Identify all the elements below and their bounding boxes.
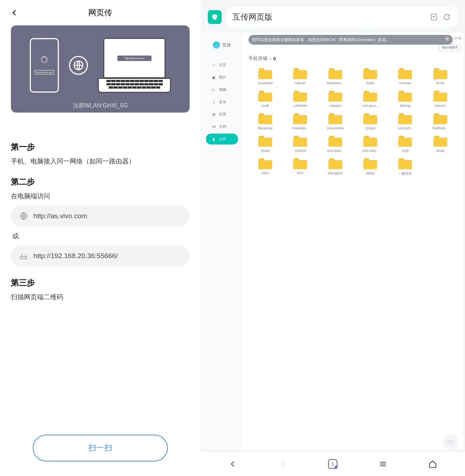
nav-forward-icon[interactable] <box>277 459 288 469</box>
folder-item[interactable]: MIUI <box>248 157 282 178</box>
step2-title: 第二步 <box>11 176 190 187</box>
folder-icon <box>293 113 307 124</box>
home-icon: ⌂ <box>211 62 216 68</box>
video-icon: ▷ <box>211 87 216 92</box>
folder-item[interactable]: DCIM <box>424 67 457 86</box>
breadcrumb-root[interactable]: 手机存储 <box>248 55 267 62</box>
folder-item[interactable]: amap <box>424 134 457 154</box>
svg-rect-2 <box>20 257 27 259</box>
sort-button[interactable]: 按时间降序 <box>439 44 461 51</box>
nav-docs[interactable]: ✉文档 <box>206 121 238 132</box>
folder-icon <box>363 68 377 79</box>
assistant-float-icon[interactable] <box>442 434 458 450</box>
folder-label: 一键另存 <box>399 171 412 176</box>
folder-icon <box>293 158 307 169</box>
folder-item[interactable]: mipush <box>283 67 317 86</box>
folder-item[interactable]: Backup <box>388 89 422 109</box>
folder-item[interactable]: icsdk <box>248 89 282 109</box>
laptop-illustration: http://as.vivo.com <box>98 38 171 93</box>
folder-label: Pictures <box>399 81 411 85</box>
folder-item[interactable]: tencent <box>424 89 457 109</box>
logo-icon <box>213 41 220 49</box>
url1-text: http://as.vivo.com <box>33 212 87 220</box>
folder-label: icsdk <box>262 104 269 107</box>
left-panel: 网页传 http://as.vivo.com http://as.vivo.co… <box>0 0 201 476</box>
right-panel: 互传网页版 互传 ⌂主页 ▣图片 ▷视频 ♫音乐 ⊞应用 ✉文档 ▮文件 您 <box>201 0 465 476</box>
address-bar[interactable]: 互传网页版 <box>226 7 458 28</box>
folder-icon <box>293 91 307 102</box>
folder-icon <box>433 91 447 102</box>
folder-label: Notificati... <box>433 126 448 130</box>
folder-item[interactable]: baidu <box>353 67 387 86</box>
nav-music[interactable]: ♫音乐 <box>206 97 238 107</box>
folder-label: com.yinf... <box>398 126 413 130</box>
home-icon[interactable] <box>427 459 438 469</box>
tab-badge: CH 级 <box>453 36 461 40</box>
folder-item[interactable]: com.miui... <box>353 134 387 154</box>
back-button[interactable] <box>11 9 18 16</box>
folder-item[interactable]: 一键另存 <box>388 157 422 178</box>
folder-icon <box>328 113 342 124</box>
folder-icon <box>258 158 272 169</box>
folder-icon <box>258 113 272 124</box>
url-box-1[interactable]: http://as.vivo.com <box>11 206 190 227</box>
folder-icon <box>258 91 272 102</box>
folder-item[interactable]: Android <box>283 134 317 154</box>
folder-item[interactable]: Download <box>248 67 282 86</box>
side-nav: 互传 ⌂主页 ▣图片 ▷视频 ♫音乐 ⊞应用 ✉文档 ▮文件 <box>202 33 242 450</box>
folder-icon <box>363 136 377 147</box>
scan-button[interactable]: 扫一扫 <box>33 435 168 461</box>
folder-item[interactable]: BaiduNet... <box>319 67 352 86</box>
shield-icon[interactable] <box>208 10 222 24</box>
menu-icon[interactable] <box>377 459 388 469</box>
connection-illustration: http://as.vivo.com http://as.vivo.com 当前… <box>11 25 190 113</box>
nav-home[interactable]: ⌂主页 <box>206 60 238 70</box>
folder-item[interactable]: alipay <box>353 157 387 178</box>
globe-icon <box>19 211 28 221</box>
url-box-2[interactable]: http://192.168.20.36:55666/ <box>11 245 190 267</box>
breadcrumb: 手机存储 › 0 <box>248 55 457 62</box>
nav-apps[interactable]: ⊞应用 <box>206 109 238 120</box>
folder-label: Documents <box>327 126 344 130</box>
folder-label: zmjh <box>402 149 409 152</box>
folder-item[interactable]: 115yun <box>353 112 387 131</box>
folder-item[interactable]: com.quar... <box>319 134 352 154</box>
tooltip-close-icon[interactable]: ✕ <box>445 36 450 41</box>
step3-title: 第三步 <box>11 277 190 288</box>
folder-item[interactable]: netease <box>319 89 352 109</box>
folder-label: mipush <box>295 81 306 85</box>
folder-icon <box>363 113 377 124</box>
folder-label: baidu <box>366 81 374 85</box>
folder-item[interactable]: zmjh <box>388 134 422 154</box>
folder-item[interactable]: Pictures <box>388 67 422 86</box>
folder-item[interactable]: MT2 <box>283 157 317 178</box>
nav-back-icon[interactable] <box>227 459 238 469</box>
folder-icon: ▮ <box>211 137 216 142</box>
folder-item[interactable]: com.yinf... <box>388 112 422 131</box>
svg-point-5 <box>449 441 450 442</box>
folder-item[interactable]: Notificati... <box>424 112 457 131</box>
folder-item[interactable]: zhengqizs <box>319 157 352 178</box>
browser-top: 互传网页版 <box>201 0 465 32</box>
folder-item[interactable]: Backucup <box>248 112 282 131</box>
folder-item[interactable]: com.guot... <box>353 89 387 109</box>
url2-text: http://192.168.20.36:55666/ <box>33 252 118 260</box>
folder-item[interactable]: Huashijie... <box>283 112 317 131</box>
folder-icon <box>433 136 447 147</box>
nav-images[interactable]: ▣图片 <box>206 72 238 83</box>
apps-icon: ⊞ <box>211 112 216 117</box>
folder-item[interactable]: Documents <box>319 112 352 131</box>
tabs-button[interactable]: 1 <box>327 459 338 469</box>
bookmark-add-icon[interactable] <box>429 13 438 21</box>
content-area: 您可以按住鼠标左键移动多选，或按住Shift/Ctrl（苹果系统Command）… <box>242 33 464 450</box>
app-name: 互传 <box>222 42 231 48</box>
phone-illustration: http://as.vivo.com <box>30 38 59 93</box>
folder-item[interactable]: ArtPlanet <box>283 89 317 109</box>
nav-videos[interactable]: ▷视频 <box>206 84 238 95</box>
wlan-status: 当前WLAN:GHXI_5G <box>11 102 190 110</box>
refresh-icon[interactable] <box>442 13 451 21</box>
folder-item[interactable]: Quark <box>248 134 282 154</box>
nav-files[interactable]: ▮文件 <box>206 134 238 145</box>
step1-title: 第一步 <box>11 142 190 152</box>
browser-bottom-nav: 1 <box>201 451 465 476</box>
